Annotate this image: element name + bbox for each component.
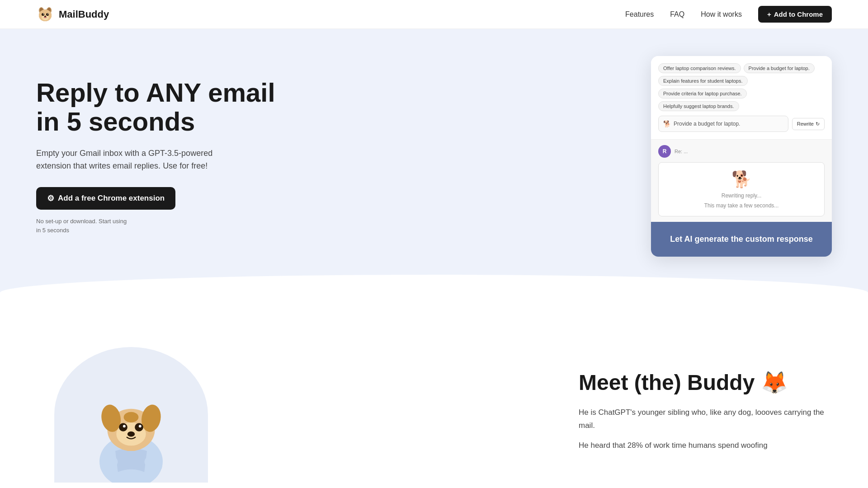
chip-2: Explain features for student laptops.: [658, 76, 748, 86]
email-avatar: R: [658, 145, 671, 158]
hero-subtitle: Empty your Gmail inbox with a GPT-3.5-po…: [36, 147, 226, 173]
screenshot-input: 🐕 Provide a budget for laptop.: [658, 116, 788, 132]
email-meta: Re: ...: [675, 149, 688, 154]
chip-0: Offer laptop comparison reviews.: [658, 63, 741, 73]
screenshot-input-row: 🐕 Provide a budget for laptop. Rewrite ↻: [658, 116, 825, 132]
svg-point-10: [47, 14, 48, 14]
svg-point-20: [135, 423, 143, 432]
logo-text: MailBuddy: [59, 9, 109, 20]
hero-left: Reply to ANY email in 5 seconds Empty yo…: [36, 78, 275, 235]
meet-title: Meet (the) Buddy 🦊: [579, 370, 832, 395]
hero-cta-button[interactable]: ⚙ Add a free Chrome extension: [36, 187, 175, 210]
plus-icon: +: [767, 10, 771, 18]
rewrite-button[interactable]: Rewrite ↻: [792, 118, 825, 130]
svg-point-8: [46, 13, 49, 16]
rewriting-text: Rewriting reply...: [722, 192, 761, 199]
wave-break: [0, 293, 868, 320]
chip-3: Provide criteria for laptop purchase.: [658, 89, 747, 99]
hero-title: Reply to ANY email in 5 seconds: [36, 78, 275, 136]
hero-cta-label: Add a free Chrome extension: [58, 194, 165, 203]
svg-point-9: [43, 14, 44, 14]
screenshot-bottom-banner: Let AI generate the custom response: [651, 222, 832, 257]
svg-point-21: [123, 425, 126, 427]
meet-text-2: He heard that 28% of work time humans sp…: [579, 439, 832, 452]
svg-point-23: [127, 432, 135, 437]
logo-icon: [36, 5, 54, 23]
dog-circle: [54, 347, 208, 483]
add-to-chrome-label: Add to Chrome: [774, 10, 823, 18]
nav-features[interactable]: Features: [625, 10, 654, 19]
nav-how-it-works[interactable]: How it works: [701, 10, 742, 19]
nav-faq[interactable]: FAQ: [670, 10, 684, 19]
nav-links: Features FAQ How it works + Add to Chrom…: [625, 6, 832, 23]
dog-illustration: [77, 356, 185, 483]
email-header: R Re: ...: [658, 145, 825, 158]
rewrite-icon: ↻: [816, 121, 820, 127]
dog-svg-container: [72, 356, 190, 483]
hero-note: No set-up or download. Start using in 5 …: [36, 217, 275, 235]
hero-screenshot: Offer laptop comparison reviews. Provide…: [651, 56, 832, 257]
hero-section: Reply to ANY email in 5 seconds Empty yo…: [0, 29, 868, 293]
add-to-chrome-button[interactable]: + Add to Chrome: [758, 6, 832, 23]
chrome-settings-icon: ⚙: [47, 193, 54, 203]
logo[interactable]: MailBuddy: [36, 5, 109, 23]
meet-section: Meet (the) Buddy 🦊 He is ChatGPT's young…: [0, 320, 868, 488]
meet-right: Meet (the) Buddy 🦊 He is ChatGPT's young…: [579, 370, 832, 460]
chip-row: Offer laptop comparison reviews. Provide…: [658, 63, 825, 111]
svg-point-7: [42, 13, 44, 16]
navbar: MailBuddy Features FAQ How it works + Ad…: [0, 0, 868, 29]
meet-text-1: He is ChatGPT's younger sibling who, lik…: [579, 406, 832, 432]
svg-point-22: [139, 425, 142, 427]
rewriting-subtext: This may take a few seconds...: [704, 202, 779, 209]
meet-illustration: [36, 347, 226, 483]
screenshot-chips-area: Offer laptop comparison reviews. Provide…: [651, 56, 832, 139]
dog-emoji: 🐕: [731, 170, 752, 189]
svg-point-24: [124, 412, 139, 422]
chip-1: Provide a budget for laptop.: [744, 63, 815, 73]
chip-4: Helpfully suggest laptop brands.: [658, 101, 739, 111]
svg-point-12: [44, 15, 46, 17]
email-compose-area: 🐕 Rewriting reply... This may take a few…: [658, 162, 825, 216]
svg-point-19: [119, 423, 127, 432]
screenshot-email-area: R Re: ... 🐕 Rewriting reply... This may …: [651, 139, 832, 222]
screenshot-bottom-label: Let AI generate the custom response: [670, 235, 812, 244]
